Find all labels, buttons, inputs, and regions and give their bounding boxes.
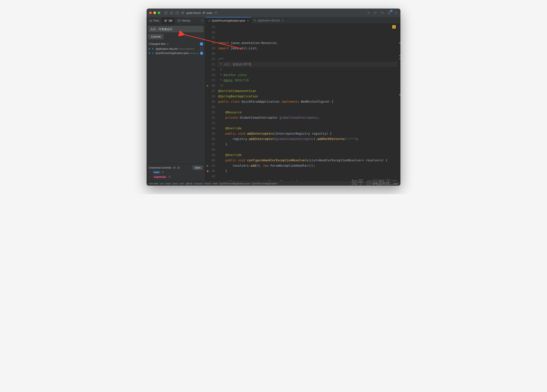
file-name: QuickForumApplication.java [156,52,189,55]
commit-button[interactable]: Commit [148,34,164,39]
branch-pill: origin/main [153,175,167,178]
code-line[interactable]: private GlobalViewInterceptor globalView… [217,115,398,120]
git-sidebar: Files Git History + Commit Changed files [147,17,205,181]
code-line[interactable]: /** [217,56,398,62]
code-line[interactable]: * @date 2022/7/6 [217,78,398,83]
tab-git[interactable]: Git [162,17,175,24]
tab-label: QuickForumApplication.java [212,19,245,22]
changed-file-row[interactable]: Y application-dal.yml forum-web/src/ [148,47,204,51]
ide-window: quick-forum main Files Git [147,8,400,186]
svg-point-16 [203,13,203,14]
inspection-badge[interactable]: 1 [392,25,396,29]
svg-line-23 [383,13,383,14]
search-icon[interactable] [380,11,384,15]
editor-tabs: J QuickForumApplication.java ×Y applicat… [205,17,400,24]
code-line[interactable]: */ [217,83,398,88]
project-name[interactable]: quick-forum [186,11,201,14]
branch-row[interactable]: › origin/main 0 [149,174,203,179]
file-type-icon: J [151,52,154,54]
code-line[interactable]: public void configureHandlerExceptionRes… [217,158,398,163]
editor-area: J QuickForumApplication.java ×Y applicat… [205,17,400,181]
branch-pill: main [153,171,160,174]
file-path: forum-web/src/ [179,48,195,50]
code-line[interactable]: public static void main(String[] args) { [217,179,398,181]
svg-point-14 [183,13,184,14]
language[interactable]: Java [393,182,398,185]
svg-point-18 [215,12,216,13]
close-tab-icon[interactable]: × [247,19,249,22]
notifications-icon[interactable] [387,11,391,15]
code-line[interactable]: resolvers.add(0, new ForumExceptionHandl… [217,163,398,168]
file-type-icon: J [207,20,211,22]
sidebar-tabs: Files Git History + [147,17,205,24]
code-line[interactable]: * [217,67,398,72]
commit-message-input[interactable] [148,26,203,32]
svg-marker-21 [375,12,376,14]
sidebar-right-icon[interactable] [175,11,179,15]
code-line[interactable]: @ServletComponentScan [217,88,398,94]
code-line[interactable] [217,104,398,110]
editor-tab[interactable]: Y application-dal.yml × [251,17,286,24]
close-window[interactable] [149,12,152,14]
maximize-window[interactable] [158,12,160,14]
changed-file-row[interactable]: J QuickForumApplication.java forum-w [148,51,204,55]
branch-name: main [206,11,212,14]
encoding[interactable]: UTF-8 [382,182,389,185]
quick-actions-icon[interactable] [367,11,370,15]
file-type-icon: Y [151,48,154,50]
change-dot [149,48,150,49]
sync-button[interactable]: Sync [192,166,203,170]
add-user-icon[interactable] [214,11,218,15]
sidebar-bottom-icon[interactable] [170,11,173,15]
code-line[interactable]: * @author yihui [217,72,398,78]
svg-rect-4 [176,12,178,14]
breadcrumbs[interactable]: rum-web/src/main/java/com/github/liuyuey… [149,182,277,185]
code-editor[interactable]: ▶▶● 151617181920212223242526272829303132… [205,24,400,181]
change-dot [149,53,150,54]
file-checkbox[interactable] [200,48,203,50]
code-line[interactable]: import javax.annotation.Resource; [217,40,398,46]
file-checkbox[interactable] [200,52,203,55]
sidebar-left-icon[interactable] [164,11,168,15]
chevron-right-icon: › [149,171,151,174]
code-line[interactable]: * 入口，直接运行即可 [217,62,398,67]
collapse-icon[interactable]: − [200,42,203,46]
changed-files-header[interactable]: Changed files 2 − [147,41,205,47]
tab-history[interactable]: History [175,17,193,24]
code-line[interactable]: } [217,142,398,147]
minimize-window[interactable] [153,12,156,14]
code-line[interactable] [217,147,398,152]
svg-point-25 [165,20,165,20]
code-line[interactable] [217,174,398,179]
run-icon[interactable] [374,11,377,15]
close-tab-icon[interactable]: × [282,19,284,22]
branch-count: 0 [162,171,164,174]
code-line[interactable]: registry.addInterceptor(globalViewInterc… [217,136,398,142]
statusbar: rum-web/src/main/java/com/github/liuyuey… [147,181,400,186]
code-line[interactable]: import java.util.List; [217,46,398,51]
branch-count: 0 [169,175,170,178]
code-line[interactable]: public void addInterceptors(InterceptorR… [217,131,398,136]
cursor-position[interactable]: 19:13 [372,182,378,185]
settings-icon[interactable] [394,11,398,15]
svg-point-6 [182,12,182,12]
code-line[interactable]: @Override [217,126,398,131]
grid-icon[interactable] [181,11,185,15]
tab-files[interactable]: Files [147,17,162,24]
code-line[interactable]: } [217,168,398,174]
code-line[interactable]: @SpringBootApplication [217,94,398,99]
svg-point-24 [396,12,396,13]
code-line[interactable]: @Override [217,152,398,158]
code-line[interactable] [217,51,398,56]
code-line[interactable]: public class QuickForumApplication imple… [217,99,398,104]
chevron-right-icon: › [149,175,151,178]
add-tab[interactable]: + [199,17,205,24]
minimap[interactable] [398,24,400,181]
branch-row[interactable]: › main 0 [149,170,203,174]
unsynced-section: Unsynced commits ↑0 ↓0 Sync › main 0› or… [147,164,205,181]
code-line[interactable]: @Resource [217,110,398,115]
code-line[interactable] [217,120,398,126]
editor-tab[interactable]: J QuickForumApplication.java × [205,17,251,24]
file-type-icon: Y [253,19,256,22]
branch-picker[interactable]: main [203,11,212,14]
